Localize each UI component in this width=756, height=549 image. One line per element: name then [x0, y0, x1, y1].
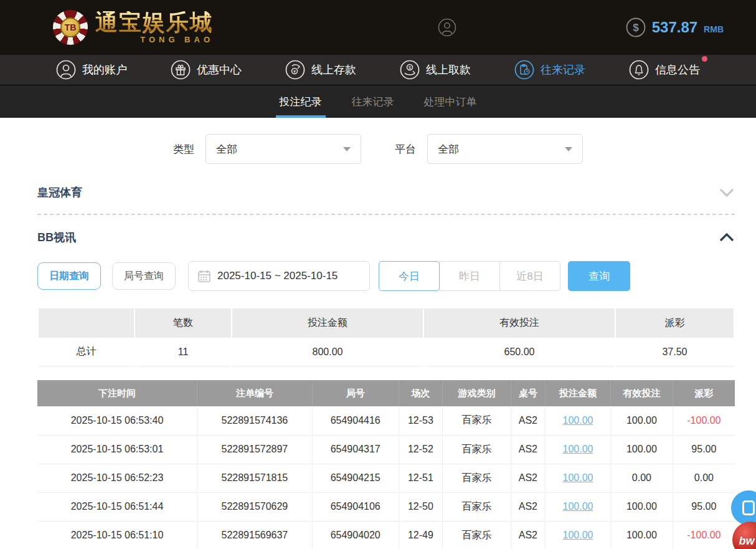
col-header-valid-bet: 有效投注: [611, 380, 673, 406]
summary-bet-amount: 800.00: [232, 338, 423, 366]
quick-yesterday-button[interactable]: 昨日: [439, 261, 500, 291]
cell-valid-bet: 100.00: [611, 492, 673, 521]
tab-bet-records[interactable]: 投注纪录: [278, 85, 323, 118]
site-title: 通宝娱乐城: [95, 11, 214, 34]
summary-header-count: 笔数: [135, 308, 231, 338]
svg-text:¥: ¥: [293, 69, 296, 74]
chat-float-button[interactable]: [731, 490, 756, 525]
tab-transaction-records[interactable]: 往来记录: [351, 85, 395, 118]
dollar-circle-icon: $: [626, 17, 646, 37]
summary-row: 总计 11 800.00 650.00 37.50: [39, 338, 734, 366]
chevron-up-icon[interactable]: [719, 232, 735, 242]
cell-bet-amount: 100.00: [545, 406, 610, 435]
bet-amount-link[interactable]: 100.00: [562, 444, 593, 454]
table-row: 2025-10-15 06:53:40522891574136654904416…: [37, 406, 735, 435]
cell-valid-bet: 100.00: [611, 435, 673, 464]
col-header-table-no: 桌号: [511, 380, 545, 406]
cell-round-id: 654904317: [312, 435, 399, 464]
platform-select[interactable]: 全部: [427, 134, 583, 164]
section-bb-live[interactable]: BB视讯: [37, 230, 735, 245]
cell-session: 12-50: [399, 492, 443, 521]
bet-amount-link[interactable]: 100.00: [562, 530, 593, 540]
poker-chip-icon: TB: [53, 10, 88, 45]
summary-header-payout: 派彩: [616, 308, 734, 338]
cell-round-id: 654904020: [312, 521, 399, 549]
svg-text:$: $: [409, 65, 411, 70]
cell-payout: -100.00: [673, 406, 735, 435]
chevron-down-icon: [343, 147, 351, 151]
cell-round-id: 654904215: [312, 464, 399, 492]
site-logo[interactable]: TB 通宝娱乐城 TONG BAO: [53, 10, 214, 45]
nav-item-records[interactable]: 往来记录: [514, 60, 585, 80]
main-nav: 我的账户 优惠中心 ¥ 线上存款 $ 线上取款: [0, 55, 756, 85]
col-header-game-type: 游戏类别: [443, 380, 511, 406]
cell-bet-time: 2025-10-15 06:53:40: [37, 406, 197, 435]
table-row: 2025-10-15 06:51:10522891569637654904020…: [37, 521, 735, 549]
cell-valid-bet: 100.00: [611, 521, 673, 549]
search-button[interactable]: 查询: [568, 261, 630, 291]
section-crown-sports[interactable]: 皇冠体育: [37, 176, 735, 200]
quick-today-button[interactable]: 今日: [379, 261, 440, 291]
cell-bet-id: 522891569637: [197, 521, 312, 549]
deposit-icon: ¥: [285, 60, 305, 80]
round-query-button[interactable]: 局号查询: [112, 262, 176, 290]
cell-session: 12-52: [399, 435, 443, 464]
top-bar: TB 通宝娱乐城 TONG BAO $ 537.87 RMB: [0, 0, 756, 55]
table-row: 2025-10-15 06:53:01522891572897654904317…: [37, 435, 735, 464]
section-title: BB视讯: [37, 230, 76, 245]
cell-game-type: 百家乐: [443, 464, 511, 492]
cell-table-no: AS2: [511, 435, 545, 464]
cell-payout: -100.00: [673, 521, 735, 549]
svg-text:$: $: [633, 22, 639, 34]
summary-count: 11: [135, 338, 231, 366]
nav-item-deposit[interactable]: ¥ 线上存款: [285, 60, 356, 80]
bet-amount-link[interactable]: 100.00: [562, 415, 593, 426]
cell-table-no: AS2: [511, 492, 545, 521]
cell-bet-time: 2025-10-15 06:53:01: [37, 435, 197, 464]
cell-game-type: 百家乐: [443, 492, 511, 521]
filter-row: 类型 全部 平台 全部: [0, 118, 756, 176]
cell-payout: 95.00: [673, 435, 735, 464]
cell-bet-time: 2025-10-15 06:51:10: [37, 521, 197, 549]
type-select[interactable]: 全部: [206, 134, 361, 164]
cell-table-no: AS2: [511, 521, 545, 549]
cell-bet-time: 2025-10-15 06:51:44: [37, 492, 197, 521]
nav-item-promotions[interactable]: 优惠中心: [171, 60, 242, 80]
cell-bet-id: 522891571815: [197, 464, 312, 492]
site-subtitle: TONG BAO: [95, 35, 214, 44]
user-account[interactable]: [438, 18, 586, 37]
chat-icon: [742, 500, 755, 515]
bet-amount-link[interactable]: 100.00: [562, 501, 593, 512]
section-divider: [37, 214, 735, 215]
chip-monogram: TB: [60, 17, 80, 37]
record-tabs: 投注纪录 往来记录 处理中订单: [0, 85, 756, 118]
cell-bet-id: 522891574136: [197, 406, 312, 435]
calendar-icon: [197, 269, 211, 283]
nav-item-announcements[interactable]: 信息公告: [629, 60, 700, 80]
col-header-bet-id: 注单编号: [197, 380, 312, 406]
col-header-session: 场次: [399, 380, 443, 406]
quick-last8days-button[interactable]: 近8日: [499, 261, 560, 291]
cell-table-no: AS2: [511, 464, 545, 492]
tab-pending-orders[interactable]: 处理中订单: [423, 85, 478, 118]
bet-amount-link[interactable]: 100.00: [562, 472, 593, 483]
platform-filter-label: 平台: [395, 142, 416, 156]
nav-item-withdraw[interactable]: $ 线上取款: [400, 60, 471, 80]
cell-session: 12-49: [399, 521, 443, 549]
chevron-down-icon[interactable]: [719, 188, 735, 198]
cell-round-id: 654904416: [312, 406, 399, 435]
col-header-payout: 派彩: [673, 380, 735, 406]
date-range-picker[interactable]: 2025-10-15 ~ 2025-10-15: [188, 261, 370, 291]
balance-display[interactable]: $ 537.87 RMB: [626, 17, 724, 37]
cell-session: 12-51: [399, 464, 443, 492]
bell-icon: [629, 60, 649, 80]
brand-float-button[interactable]: bw: [732, 522, 756, 549]
nav-item-my-account[interactable]: 我的账户: [56, 60, 127, 80]
cell-bet-amount: 100.00: [545, 435, 610, 464]
date-query-button[interactable]: 日期查询: [37, 262, 101, 290]
user-icon: [56, 60, 76, 80]
table-row: 2025-10-15 06:52:23522891571815654904215…: [37, 464, 735, 492]
quick-date-group: 今日 昨日 近8日: [379, 261, 560, 291]
col-header-bet-time: 下注时间: [37, 380, 197, 406]
section-title: 皇冠体育: [37, 185, 82, 200]
